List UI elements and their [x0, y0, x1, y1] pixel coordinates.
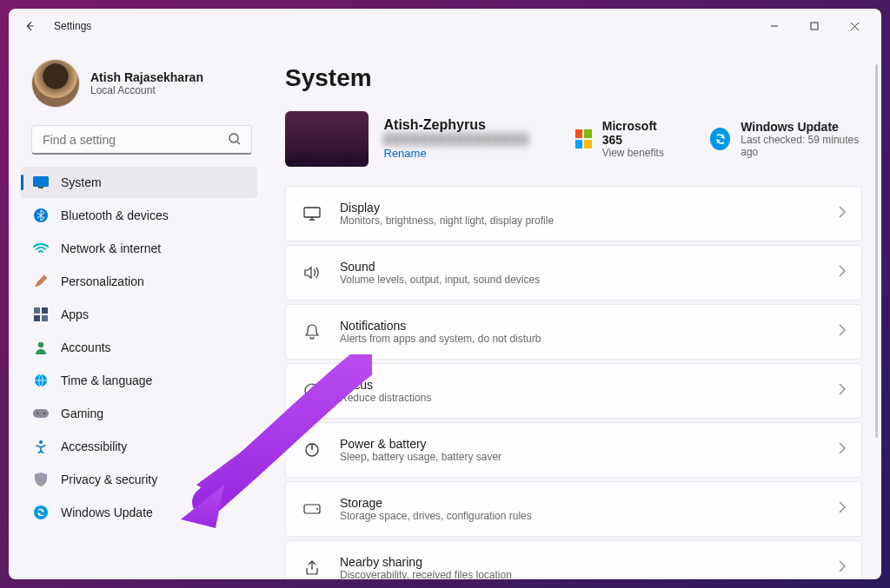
ms365-title: Microsoft 365 [602, 119, 671, 147]
chevron-right-icon [839, 206, 846, 221]
card-nearby-sharing[interactable]: Nearby sharingDiscoverability, received … [285, 540, 862, 579]
sidebar-item-system[interactable]: System [21, 167, 257, 198]
sidebar-item-accessibility[interactable]: Accessibility [21, 431, 257, 462]
card-notifications[interactable]: NotificationsAlerts from apps and system… [285, 304, 862, 360]
sidebar-item-windows-update[interactable]: Windows Update [21, 497, 257, 528]
settings-window: Settings Atish Rajasekharan Local Accoun… [9, 9, 881, 579]
ms365-sub: View benefits [602, 147, 671, 159]
microsoft-logo-icon [575, 129, 592, 149]
sidebar-item-personalization[interactable]: Personalization [21, 266, 257, 297]
card-power[interactable]: Power & batterySleep, battery usage, bat… [285, 422, 862, 478]
card-display[interactable]: DisplayMonitors, brightness, night light… [285, 186, 862, 241]
wifi-icon [33, 241, 49, 256]
card-sub: Alerts from apps and system, do not dist… [340, 333, 839, 345]
nav-label: System [61, 175, 102, 189]
scrollbar[interactable] [875, 64, 878, 438]
update-icon [33, 505, 49, 520]
close-icon [850, 22, 860, 31]
desktop-thumbnail[interactable] [285, 111, 369, 167]
chevron-right-icon [839, 324, 846, 340]
windows-update-tile[interactable]: Windows Update Last checked: 59 minutes … [710, 120, 862, 158]
svg-rect-0 [811, 23, 818, 30]
device-hero: Atish-Zephyrus ████████████████ Rename M… [285, 111, 876, 167]
card-title: Notifications [340, 319, 839, 333]
titlebar: Settings [9, 9, 881, 43]
svg-rect-16 [304, 208, 320, 217]
sidebar-item-time-language[interactable]: Time & language [21, 365, 257, 396]
back-arrow-icon [23, 20, 36, 32]
card-sub: Storage space, drives, configuration rul… [340, 510, 839, 522]
back-button[interactable] [16, 12, 43, 40]
power-icon [303, 441, 321, 459]
card-title: Display [340, 201, 839, 215]
chevron-right-icon [839, 383, 846, 399]
chevron-right-icon [839, 501, 846, 517]
svg-rect-3 [38, 187, 43, 188]
user-account-type: Local Account [90, 84, 203, 96]
nav-label: Windows Update [61, 505, 153, 519]
pc-name: Atish-Zephyrus [384, 117, 530, 133]
main-content: System Atish-Zephyrus ████████████████ R… [269, 43, 881, 579]
nav-label: Network & internet [61, 241, 161, 255]
minimize-button[interactable] [754, 12, 794, 40]
update-icon [710, 128, 730, 150]
card-storage[interactable]: StorageStorage space, drives, configurat… [285, 481, 862, 537]
shield-icon [33, 472, 49, 487]
search-input[interactable] [31, 125, 252, 155]
svg-point-13 [43, 413, 45, 414]
wu-title: Windows Update [741, 120, 862, 134]
display-icon [33, 175, 49, 190]
user-name: Atish Rajasekharan [90, 70, 203, 84]
rename-link[interactable]: Rename [384, 147, 427, 160]
card-sound[interactable]: SoundVolume levels, output, input, sound… [285, 245, 862, 301]
gamepad-icon [33, 406, 49, 421]
card-sub: Volume levels, output, input, sound devi… [340, 274, 839, 286]
monitor-icon [303, 205, 321, 222]
sidebar-item-network[interactable]: Network & internet [21, 233, 257, 264]
card-focus[interactable]: FocusReduce distractions [285, 363, 862, 419]
sidebar: Atish Rajasekharan Local Account System … [9, 43, 269, 579]
card-title: Focus [340, 378, 839, 392]
chevron-right-icon [839, 442, 846, 458]
svg-point-14 [39, 440, 43, 444]
card-title: Power & battery [340, 437, 839, 451]
nav-label: Gaming [61, 406, 103, 420]
nav-list: System Bluetooth & devices Network & int… [16, 167, 262, 528]
focus-icon [303, 382, 321, 400]
card-title: Storage [340, 496, 839, 510]
card-sub: Reduce distractions [340, 392, 839, 404]
window-controls [754, 12, 874, 40]
avatar [31, 59, 80, 108]
settings-cards: DisplayMonitors, brightness, night light… [285, 186, 876, 579]
maximize-icon [810, 22, 819, 30]
person-icon [33, 340, 49, 355]
svg-point-1 [229, 134, 238, 142]
svg-rect-5 [34, 307, 40, 314]
apps-icon [33, 307, 49, 322]
card-sub: Discoverability, received files location [340, 569, 839, 579]
maximize-button[interactable] [794, 12, 834, 40]
svg-rect-8 [42, 315, 48, 321]
svg-point-9 [38, 342, 43, 347]
svg-rect-7 [34, 315, 40, 321]
sidebar-item-accounts[interactable]: Accounts [21, 332, 257, 363]
sidebar-item-privacy[interactable]: Privacy & security [21, 464, 257, 495]
sidebar-item-gaming[interactable]: Gaming [21, 398, 257, 429]
nav-label: Accessibility [61, 439, 127, 453]
close-button[interactable] [834, 12, 874, 40]
microsoft-365-tile[interactable]: Microsoft 365 View benefits [575, 119, 671, 159]
user-profile[interactable]: Atish Rajasekharan Local Account [16, 43, 262, 125]
nav-label: Bluetooth & devices [61, 208, 169, 222]
wu-sub: Last checked: 59 minutes ago [741, 134, 862, 158]
nav-label: Accounts [61, 340, 111, 354]
card-sub: Monitors, brightness, night light, displ… [340, 215, 839, 227]
window-title: Settings [54, 20, 91, 32]
bluetooth-icon [33, 208, 49, 223]
card-title: Nearby sharing [340, 555, 839, 569]
nav-label: Privacy & security [61, 472, 157, 486]
chevron-right-icon [839, 560, 846, 576]
nav-label: Apps [61, 307, 89, 321]
svg-rect-2 [33, 176, 49, 187]
sidebar-item-bluetooth[interactable]: Bluetooth & devices [21, 200, 257, 231]
sidebar-item-apps[interactable]: Apps [21, 299, 257, 330]
